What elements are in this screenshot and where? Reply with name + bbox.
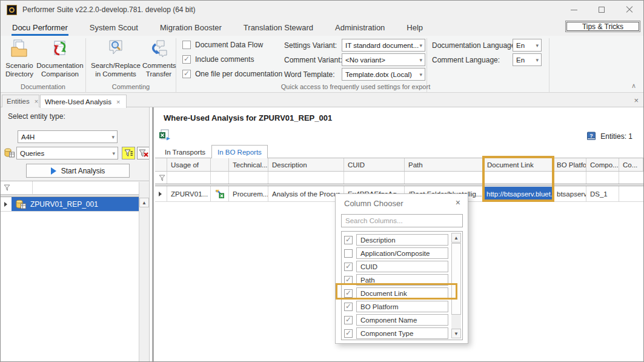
column-item-cuid[interactable]: CUID [344, 261, 448, 272]
tab-translation-steward[interactable]: Translation Steward [243, 20, 314, 36]
header-cuid[interactable]: CUID [344, 158, 405, 171]
header-component-name[interactable]: Compo... [586, 158, 619, 171]
column-item-label[interactable]: BO Platform [356, 301, 448, 312]
tab-docu-performer[interactable]: Docu Performer [12, 20, 68, 36]
select-value: IT standard document... [345, 42, 419, 49]
close-button[interactable] [616, 1, 643, 19]
filter-cell[interactable] [211, 172, 229, 184]
row-expand-icon[interactable] [4, 202, 7, 207]
header-description[interactable]: Description [268, 158, 344, 171]
minimize-button[interactable] [560, 1, 588, 19]
tree-scrollbar[interactable]: ▲ [139, 182, 149, 361]
checkbox-box[interactable] [182, 70, 191, 78]
header-component-type[interactable]: Co... [619, 158, 643, 171]
close-tabstrip-icon[interactable]: × [634, 96, 639, 105]
tab-system-scout[interactable]: System Scout [89, 20, 139, 36]
search-replace-comments-button[interactable]: Search/Replace in Comments [89, 38, 142, 78]
select-value: A4H [21, 133, 35, 141]
filter-cell[interactable] [167, 172, 211, 184]
tips-tricks-button[interactable]: Tips & Tricks [565, 21, 640, 32]
column-item-application-composite[interactable]: Application/Composite [344, 247, 448, 259]
filter-cell[interactable] [586, 172, 619, 184]
column-item-bo-platform[interactable]: BO Platform [344, 301, 448, 312]
column-item-label[interactable]: Description [356, 234, 448, 246]
selected-entity[interactable]: ZPURV01_REP_001 [12, 197, 139, 211]
checkbox-box[interactable] [344, 303, 353, 311]
subtab-in-transports[interactable]: In Transports [159, 146, 211, 158]
table-filter-row[interactable] [155, 172, 643, 184]
column-item-component-type[interactable]: Component Type [344, 327, 448, 339]
filter-cell[interactable] [268, 172, 344, 184]
tree-filter-row[interactable] [1, 181, 139, 194]
column-item-component-name[interactable]: Component Name [344, 314, 448, 326]
cell-description[interactable]: Analysis of the Procur... [268, 186, 344, 201]
column-item-description[interactable]: Description [344, 234, 448, 246]
checkbox-one-file-per-doc[interactable]: One file per documentation [182, 70, 282, 78]
filter-cell[interactable] [405, 172, 483, 184]
close-dialog-icon[interactable]: × [456, 198, 460, 207]
header-icon[interactable] [211, 158, 229, 171]
word-template-select[interactable]: Template.dotx (Local) ▾ [342, 68, 425, 81]
cell-technical-name[interactable]: Procurem... [229, 186, 268, 201]
column-item-label[interactable]: Component Type [356, 327, 448, 339]
maximize-button[interactable] [588, 1, 616, 19]
column-item-label[interactable]: Component Name [356, 314, 448, 326]
help-book-icon[interactable]: ? [586, 132, 596, 141]
filter-cell[interactable] [344, 172, 405, 184]
checkbox-document-data-flow[interactable]: Document Data Flow [182, 41, 263, 49]
row-expand-cell[interactable] [155, 186, 167, 201]
entities-count-label: Entities: 1 [600, 132, 632, 141]
checkbox-box[interactable] [182, 41, 191, 49]
header-path[interactable]: Path [405, 158, 483, 171]
scroll-up-button[interactable]: ▲ [451, 233, 461, 243]
scroll-down-button[interactable]: ▼ [451, 329, 461, 338]
collapse-ribbon-icon[interactable]: ∧ [631, 82, 636, 90]
column-search-input[interactable] [341, 214, 463, 227]
tree-row-selected[interactable]: ZPURV01_REP_001 [1, 197, 139, 212]
checkbox-box[interactable] [344, 249, 353, 258]
comment-language-select[interactable]: En ▾ [513, 53, 542, 66]
doc-tab-entities[interactable]: Entities × [2, 95, 39, 107]
checkbox-box[interactable] [344, 316, 353, 324]
scrollbar-thumb[interactable] [451, 243, 461, 315]
panel-splitter[interactable] [149, 107, 154, 361]
comment-variant-select[interactable]: <No variant> ▾ [342, 53, 425, 66]
filter-cell[interactable] [619, 172, 643, 184]
doc-tab-where-used-analysis[interactable]: Where-Used Analysis × [40, 95, 127, 108]
checkbox-box[interactable] [344, 236, 353, 244]
checkbox-box[interactable] [182, 55, 191, 64]
scroll-up-button[interactable]: ▲ [139, 198, 149, 207]
table-header-row: Usage of Technical... Description CUID P… [155, 158, 643, 172]
cell-usage-of[interactable]: ZPURV01... [167, 186, 211, 201]
comments-transfer-button[interactable]: Comments Transfer [142, 38, 175, 78]
column-item-label[interactable]: CUID [356, 261, 448, 272]
checkbox-box[interactable] [344, 263, 353, 271]
clear-filter-button[interactable] [137, 147, 150, 159]
start-analysis-button[interactable]: Start Analysis [26, 164, 130, 178]
subtab-in-bo-reports[interactable]: In BO Reports [211, 145, 268, 158]
tab-administration[interactable]: Administration [334, 20, 385, 36]
entity-type-select[interactable]: Queries ▾ [16, 147, 118, 159]
tab-migration-booster[interactable]: Migration Booster [159, 20, 222, 36]
checkbox-include-comments[interactable]: Include comments [182, 55, 254, 64]
documentation-comparison-button[interactable]: Documentation Comparison [36, 38, 84, 78]
export-excel-icon[interactable] [159, 129, 170, 141]
cell-component-type[interactable] [619, 186, 643, 201]
filter-edit-button[interactable] [122, 147, 135, 159]
header-usage-of[interactable]: Usage of [167, 158, 211, 171]
close-tab-icon[interactable]: × [116, 98, 120, 106]
tab-help[interactable]: Help [406, 20, 423, 36]
header-technical-name[interactable]: Technical... [229, 158, 268, 171]
system-select[interactable]: A4H ▾ [18, 130, 118, 143]
column-item-label[interactable]: Application/Composite [356, 247, 448, 259]
filter-cell[interactable] [229, 172, 268, 184]
filter-cell[interactable] [553, 172, 586, 184]
cell-component-name[interactable]: DS_1 [586, 186, 619, 201]
close-tab-icon[interactable]: × [35, 98, 38, 105]
header-bo-platform[interactable]: BO Platfo... [553, 158, 586, 171]
documentation-language-select[interactable]: En ▾ [513, 39, 542, 52]
cell-bo-platform[interactable]: btsapserv [553, 186, 586, 201]
scenario-directory-button[interactable]: Scenario Directory [2, 38, 37, 78]
checkbox-box[interactable] [344, 329, 353, 338]
settings-variant-select[interactable]: IT standard document... ▾ [342, 39, 425, 52]
